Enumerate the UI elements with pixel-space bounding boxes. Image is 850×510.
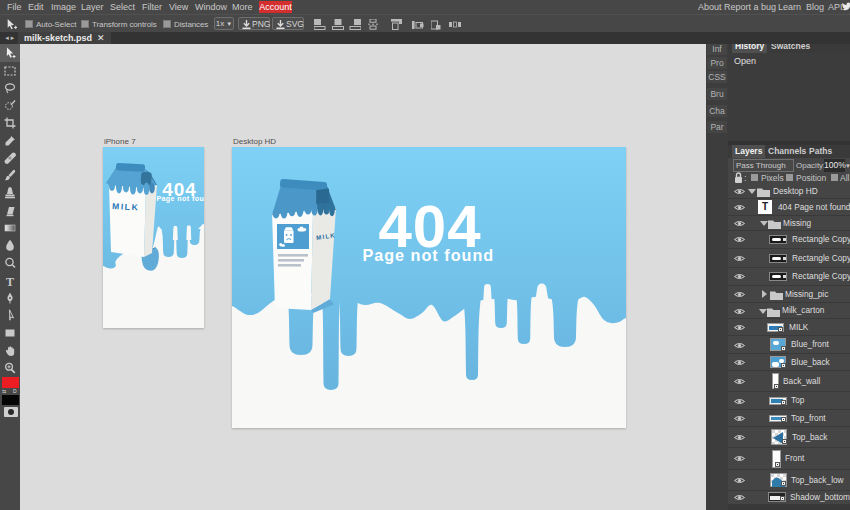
- svg-text:Page not found: Page not found: [362, 246, 494, 264]
- svg-text:Page not found: Page not found: [156, 195, 204, 203]
- svg-text:MILK: MILK: [112, 201, 140, 212]
- svg-text:T: T: [6, 275, 14, 287]
